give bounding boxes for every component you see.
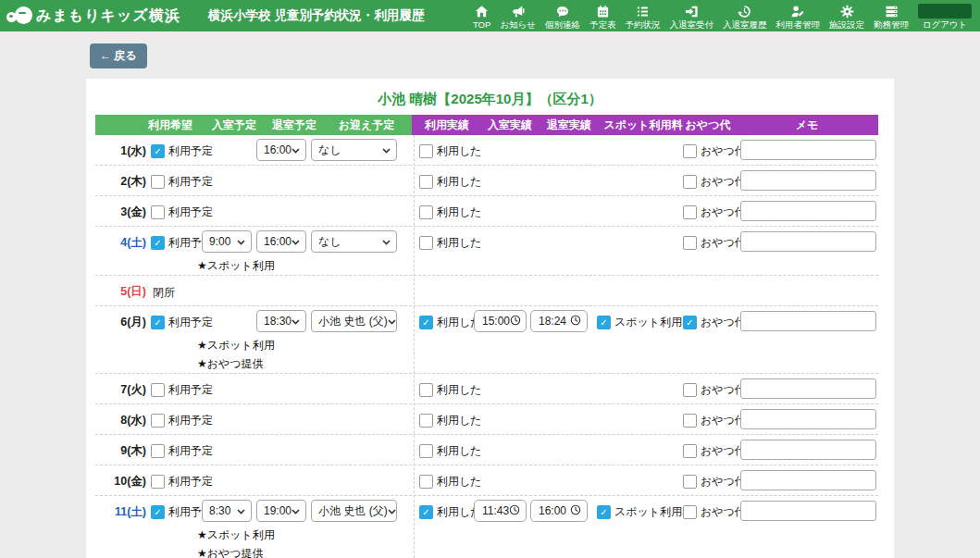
used-checkbox-box[interactable] (419, 205, 433, 219)
plan-checkbox-box[interactable] (151, 414, 165, 428)
pickup-select[interactable]: なし (311, 230, 397, 253)
nav-item-news[interactable]: お知らせ (495, 0, 540, 31)
plan-checkbox-box[interactable] (151, 205, 165, 219)
used-checkbox[interactable]: 利用した (419, 443, 482, 459)
used-checkbox-box[interactable] (419, 144, 433, 158)
snack-fee-checkbox[interactable]: おやつ代 (683, 205, 746, 220)
memo-input[interactable] (740, 409, 876, 429)
used-checkbox-box[interactable] (419, 175, 433, 189)
plan-checkbox-box[interactable] (151, 175, 165, 189)
leave-plan-select[interactable]: 16:00 (256, 139, 306, 161)
leave-actual-time[interactable]: 18:24 (530, 310, 588, 332)
nav-item-shift-management[interactable]: 勤務管理 (869, 0, 913, 31)
snack-fee-checkbox-box[interactable] (683, 236, 697, 250)
used-checkbox[interactable]: 利用した (419, 205, 482, 220)
used-checkbox-box[interactable] (419, 475, 433, 489)
enter-actual-time[interactable]: 15:00 (474, 310, 527, 332)
snack-fee-checkbox[interactable]: おやつ代 (683, 143, 746, 159)
snack-fee-checkbox[interactable]: おやつ代 (683, 382, 746, 398)
pickup-select[interactable]: 小池 史也 (父) (311, 500, 397, 522)
used-checkbox-box[interactable]: ✓ (419, 316, 433, 329)
leave-plan-select[interactable]: 19:00 (256, 500, 306, 522)
memo-input[interactable] (740, 311, 876, 331)
leave-plan-select[interactable]: 18:30 (256, 310, 306, 332)
plan-checkbox[interactable]: ✓利用予定 (151, 315, 213, 330)
memo-input[interactable] (740, 470, 876, 490)
nav-item-messages[interactable]: 個別連絡 (540, 0, 585, 31)
snack-fee-checkbox[interactable]: おやつ代 (683, 174, 746, 190)
memo-input[interactable] (740, 501, 876, 521)
used-checkbox[interactable]: 利用した (419, 474, 482, 490)
used-checkbox[interactable]: 利用した (419, 143, 482, 159)
spot-fee-checkbox[interactable]: ✓スポット利用料 (597, 315, 693, 330)
plan-checkbox[interactable]: 利用予定 (151, 205, 213, 220)
nav-item-facility-settings[interactable]: 施設設定 (825, 0, 869, 31)
leave-actual-time[interactable]: 16:00 (530, 500, 588, 522)
snack-fee-checkbox[interactable]: ✓おやつ代 (683, 315, 746, 330)
snack-fee-checkbox-box[interactable] (683, 475, 697, 489)
plan-checkbox[interactable]: 利用予定 (151, 443, 213, 459)
memo-input[interactable] (740, 378, 876, 399)
used-checkbox-box[interactable] (419, 236, 433, 250)
snack-fee-checkbox-box[interactable]: ✓ (683, 316, 697, 329)
plan-checkbox-box[interactable] (151, 383, 165, 397)
snack-fee-checkbox-box[interactable] (683, 383, 697, 397)
leave-plan-select[interactable]: 16:00 (256, 230, 306, 253)
snack-fee-checkbox[interactable]: おやつ代 (683, 235, 746, 251)
snack-fee-checkbox[interactable]: おやつ代 (683, 413, 746, 428)
used-checkbox-box[interactable] (419, 414, 433, 428)
used-checkbox-box[interactable]: ✓ (419, 505, 433, 519)
snack-fee-checkbox-box[interactable] (683, 205, 697, 219)
nav-item-entry-exit-history[interactable]: 入退室履歴 (718, 0, 772, 31)
plan-checkbox[interactable]: 利用予定 (151, 382, 213, 398)
pickup-select[interactable]: なし (311, 139, 397, 161)
used-checkbox[interactable]: 利用した (419, 382, 482, 398)
memo-input[interactable] (740, 440, 876, 460)
plan-checkbox[interactable]: 利用予定 (151, 413, 213, 428)
snack-fee-checkbox[interactable]: おやつ代 (683, 474, 746, 490)
nav-item-reservations[interactable]: 予約状況 (621, 0, 665, 31)
nav-item-user-management[interactable]: 利用者管理 (772, 0, 825, 31)
app-logo[interactable]: みまもりキッズ横浜 (6, 5, 180, 27)
plan-checkbox[interactable]: ✓利用予定 (151, 143, 213, 159)
plan-checkbox[interactable]: 利用予定 (151, 474, 213, 490)
memo-input[interactable] (740, 170, 876, 191)
spot-fee-checkbox-box[interactable]: ✓ (597, 505, 611, 519)
enter-actual-time[interactable]: 11:43 (474, 500, 527, 522)
nav-item-logout[interactable]: ログアウト (913, 0, 976, 31)
snack-fee-checkbox[interactable]: おやつ代 (683, 443, 746, 459)
snack-fee-checkbox-box[interactable] (683, 414, 697, 428)
snack-fee-checkbox-box[interactable] (683, 444, 697, 458)
plan-checkbox-box[interactable]: ✓ (151, 505, 165, 519)
nav-item-top[interactable]: TOP (468, 0, 495, 30)
snack-fee-checkbox[interactable]: おやつ代 (683, 504, 746, 520)
spot-fee-checkbox-box[interactable]: ✓ (597, 316, 611, 329)
snack-fee-checkbox-box[interactable] (683, 175, 697, 189)
used-checkbox[interactable]: ✓利用した (419, 315, 482, 330)
back-button[interactable]: ← 戻る (90, 43, 147, 68)
logout-button[interactable] (918, 4, 972, 19)
plan-checkbox-box[interactable] (151, 475, 165, 489)
plan-checkbox-box[interactable] (151, 444, 165, 458)
memo-input[interactable] (740, 201, 876, 221)
used-checkbox[interactable]: 利用した (419, 174, 482, 190)
plan-checkbox[interactable]: 利用予定 (151, 174, 213, 190)
plan-checkbox-box[interactable]: ✓ (151, 316, 165, 329)
enter-plan-select[interactable]: 8:30 (202, 500, 252, 522)
nav-item-entry-exit-reception[interactable]: 入退室受付 (665, 0, 719, 31)
used-checkbox-box[interactable] (419, 383, 433, 397)
used-checkbox-box[interactable] (419, 444, 433, 458)
plan-checkbox-box[interactable]: ✓ (151, 144, 165, 158)
used-checkbox[interactable]: ✓利用した (419, 504, 482, 520)
nav-item-schedule[interactable]: 予定表 (585, 0, 621, 31)
pickup-select[interactable]: 小池 史也 (父) (311, 310, 397, 332)
used-checkbox[interactable]: 利用した (419, 235, 482, 251)
memo-input[interactable] (740, 231, 876, 252)
spot-fee-checkbox[interactable]: ✓スポット利用料 (597, 504, 693, 520)
enter-plan-select[interactable]: 9:00 (202, 230, 252, 253)
snack-fee-checkbox-box[interactable] (683, 144, 697, 158)
snack-fee-checkbox-box[interactable] (683, 505, 697, 519)
memo-input[interactable] (740, 140, 876, 160)
used-checkbox[interactable]: 利用した (419, 413, 482, 428)
plan-checkbox-box[interactable]: ✓ (151, 236, 165, 250)
